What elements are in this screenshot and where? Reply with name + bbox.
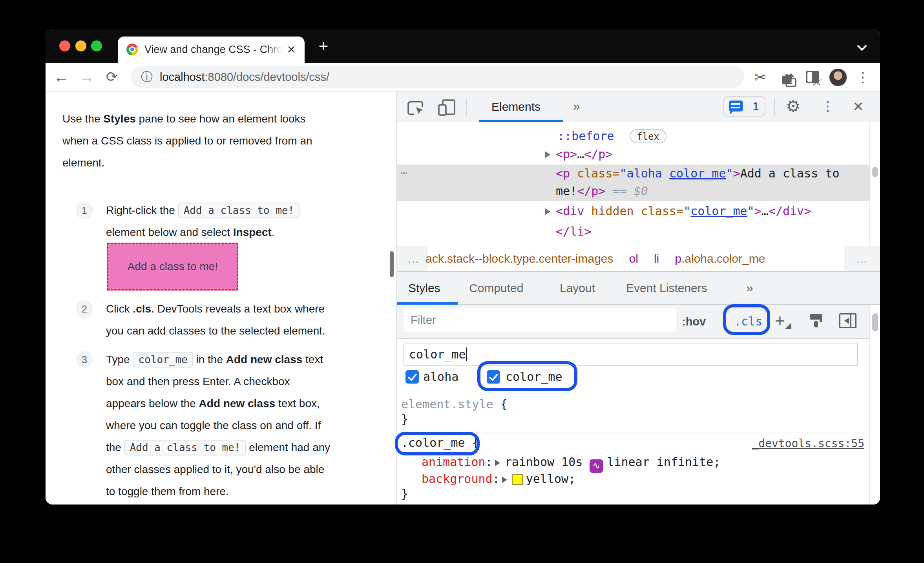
toggle-sidebar-icon[interactable] <box>839 313 856 328</box>
profile-avatar[interactable] <box>829 68 847 86</box>
tab-close-icon[interactable]: ✕ <box>287 37 296 63</box>
styles-scrollbar-thumb[interactable] <box>872 313 878 331</box>
reload-button[interactable]: ⟳ <box>101 63 123 91</box>
toolbar-separator <box>774 98 775 116</box>
styles-scrollbar-track[interactable] <box>869 305 880 505</box>
dom-row-li-close[interactable]: </li> <box>397 223 869 240</box>
intro-paragraph: Use the Styles pane to see how an elemen… <box>62 108 312 174</box>
text-line: element below and select Inspect. <box>106 221 299 243</box>
extensions-puzzle-icon[interactable] <box>780 71 795 86</box>
browser-window: View and change CSS - Chrom ✕ + ← → ⟳ ⓘ … <box>46 29 880 505</box>
step-1-text: Right-click the Add a class to me!elemen… <box>106 199 299 243</box>
browser-toolbar: ← → ⟳ ⓘ localhost:8080/docs/devtools/css… <box>46 63 880 91</box>
step-1-number: 1 <box>76 202 93 219</box>
docs-page: Use the Styles pane to see how an elemen… <box>46 91 396 505</box>
icon-arrow <box>495 460 500 466</box>
dom-scrollbar-track[interactable] <box>869 122 880 246</box>
annotation-ring-color-me-checkbox <box>477 361 577 391</box>
tab-event-listeners[interactable]: Event Listeners <box>626 272 707 304</box>
step-2-number: 2 <box>76 300 93 318</box>
tab-styles[interactable]: Styles <box>408 272 440 304</box>
dom-row-pseudo[interactable]: ::before flex <box>397 127 869 145</box>
traffic-close-button[interactable] <box>59 40 70 51</box>
page-scrollbar-thumb[interactable] <box>390 251 394 277</box>
add-new-class-input[interactable]: color_me <box>404 344 858 366</box>
text-line: where you can toggle the class on and of… <box>106 415 330 437</box>
hov-toggle[interactable]: :hov <box>682 305 706 338</box>
tab-search-chevron-icon[interactable] <box>853 42 871 55</box>
styles-filter-input[interactable] <box>404 308 676 332</box>
address-bar[interactable]: ⓘ localhost:8080/docs/devtools/css/ ☆ <box>131 66 744 88</box>
inspect-element-icon[interactable] <box>407 99 425 118</box>
text-line: other classes applied to it, you'd also … <box>106 459 330 481</box>
devtools-panel: Elements » 1 ⚙ ⋮ ✕ ::before flex <box>397 91 880 505</box>
more-panels-icon[interactable]: » <box>573 91 580 122</box>
text-line: Use the Styles pane to see how an elemen… <box>62 108 312 130</box>
dom-tree: ::before flex <p>…</p> ⋯ <p class="aloha… <box>397 122 880 246</box>
tab-layout[interactable]: Layout <box>560 272 595 304</box>
step-3-text: Type color_me in the Add new class textb… <box>106 349 330 503</box>
text-line: Click .cls. DevTools reveals a text box … <box>106 298 325 320</box>
chrome-favicon-icon <box>126 44 138 55</box>
text-line: the Add a class to me! element had any <box>106 437 330 459</box>
expand-arrow-icon[interactable] <box>545 151 550 158</box>
dom-row-div-hidden[interactable]: <div hidden class="color_me">…</div> <box>397 202 869 220</box>
element-style-selector[interactable]: element.style { <box>401 397 508 412</box>
dom-row-selected[interactable]: ⋯ <p class="aloha color_me">Add a class … <box>397 165 869 201</box>
css-property-background[interactable]: background:yellow; <box>422 471 575 487</box>
text-line: when a CSS class is applied to or remove… <box>62 130 312 152</box>
stylesheet-source-link[interactable]: _devtools.scss:55 <box>752 436 864 451</box>
breadcrumb: … ack.stack--block.type.center-imagesoll… <box>397 246 880 272</box>
browser-tab[interactable]: View and change CSS - Chrom ✕ <box>118 37 305 63</box>
text-line: Type color_me in the Add new class text <box>106 349 330 371</box>
tab-elements[interactable]: Elements <box>491 91 541 122</box>
paint-roller-icon[interactable] <box>808 313 825 332</box>
devtools-toolbar: Elements » 1 ⚙ ⋮ ✕ <box>397 91 880 122</box>
text-caret <box>466 347 467 361</box>
traffic-minimize-button[interactable] <box>75 40 86 51</box>
url-path: :8080/docs/devtools/css/ <box>205 71 329 83</box>
more-sidebar-tabs-icon[interactable]: » <box>746 272 753 304</box>
new-tab-button[interactable]: + <box>315 38 332 55</box>
class-input-value: color_me <box>409 347 466 361</box>
checkbox-aloha-label: aloha <box>423 366 458 388</box>
dom-row-p-collapsed[interactable]: <p>…</p> <box>397 145 869 163</box>
breadcrumb-overflow-left[interactable]: … <box>407 246 420 271</box>
devtools-close-icon[interactable]: ✕ <box>853 91 864 122</box>
tab-title: View and change CSS - Chrom <box>144 37 283 63</box>
console-messages-badge[interactable]: 1 <box>723 96 765 117</box>
scissors-extension-icon[interactable]: ✂ <box>754 64 767 92</box>
text-line: appears below the Add new class text box… <box>106 393 330 415</box>
color-me-close-brace: } <box>401 486 408 502</box>
text-line: you can add classes to the selected elem… <box>106 320 325 342</box>
settings-gear-icon[interactable]: ⚙ <box>786 91 801 122</box>
element-style-close-brace: } <box>401 411 408 427</box>
browser-menu-icon[interactable]: ⋮ <box>856 64 870 92</box>
pseudo-before[interactable]: ::before <box>557 127 614 145</box>
traffic-zoom-button[interactable] <box>91 40 102 51</box>
step-3-number: 3 <box>76 351 93 368</box>
flex-badge[interactable]: flex <box>630 129 667 143</box>
titlebar: View and change CSS - Chrom ✕ + <box>46 29 880 63</box>
back-button[interactable]: ← <box>50 63 72 91</box>
step-2-text: Click .cls. DevTools reveals a text box … <box>106 298 325 342</box>
expand-arrow-icon[interactable] <box>545 208 550 215</box>
breadcrumb-items[interactable]: ack.stack--block.type.center-imagesollip… <box>425 246 781 271</box>
css-property-animation[interactable]: animation:rainbow 10s linear infinite; <box>422 454 720 470</box>
dom-scrollbar-thumb[interactable] <box>872 167 878 177</box>
side-panel-icon[interactable] <box>806 71 819 83</box>
styles-filter-bar: :hov .cls + <box>397 305 880 339</box>
text-line: Right-click the Add a class to me! <box>106 199 299 221</box>
new-style-rule-button[interactable]: + <box>775 305 785 338</box>
dom-more-actions-icon[interactable]: ⋯ <box>400 165 408 182</box>
forward-button[interactable]: → <box>76 63 98 91</box>
breadcrumb-overflow-right[interactable]: … <box>856 246 869 271</box>
demo-add-class-box[interactable]: Add a class to me! <box>107 243 238 291</box>
checkbox-aloha[interactable] <box>405 370 419 384</box>
tab-computed[interactable]: Computed <box>469 272 523 304</box>
content-area: Use the Styles pane to see how an elemen… <box>46 91 880 505</box>
site-info-icon[interactable]: ⓘ <box>141 66 153 88</box>
styles-sidebar-tabs: Styles Computed Layout Event Listeners » <box>397 272 880 305</box>
device-toolbar-icon[interactable] <box>437 99 457 118</box>
devtools-menu-icon[interactable]: ⋮ <box>821 91 835 122</box>
